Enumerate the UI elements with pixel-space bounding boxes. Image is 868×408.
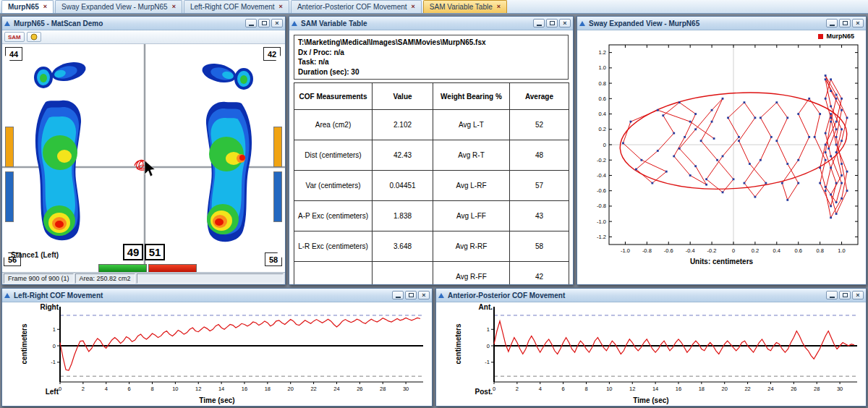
svg-text:10: 10 xyxy=(606,386,612,392)
tab-bar: MurpN65 × Sway Expanded View - MurpN65 ×… xyxy=(0,0,868,14)
minimize-button[interactable] xyxy=(533,19,545,27)
table-cell: 42.43 xyxy=(373,140,433,171)
close-button[interactable]: × xyxy=(559,19,571,27)
table-cell: Avg R-T xyxy=(433,140,510,171)
window-icon xyxy=(438,293,444,298)
svg-text:-1.2: -1.2 xyxy=(597,234,606,240)
svg-text:1.0: 1.0 xyxy=(599,64,606,71)
lr-titlebar[interactable]: Left-Right COF Movement × xyxy=(2,289,432,302)
maximize-icon xyxy=(262,21,267,25)
legend-label: MurpN65 xyxy=(826,33,854,40)
variable-table: COF Measurements Value Weight Bearing % … xyxy=(294,82,569,284)
pressure-map xyxy=(2,44,285,272)
minimize-button[interactable] xyxy=(245,19,257,27)
tab-sam-variable-table[interactable]: SAM Variable Table × xyxy=(423,0,507,13)
svg-text:24: 24 xyxy=(333,386,339,392)
table-cell: Var (centimeters) xyxy=(294,171,373,201)
svg-text:6: 6 xyxy=(562,386,565,392)
table-row: Area (cm2)2.102Avg L-T52 xyxy=(294,110,569,140)
svg-text:2: 2 xyxy=(82,386,85,392)
tab-left-right-cof[interactable]: Left-Right COF Movement × xyxy=(184,0,289,13)
tab-close-icon[interactable]: × xyxy=(279,4,283,10)
tab-close-icon[interactable]: × xyxy=(172,4,176,10)
svg-text:1: 1 xyxy=(487,326,490,333)
tab-close-icon[interactable]: × xyxy=(43,4,47,10)
svg-text:20: 20 xyxy=(722,386,728,392)
y-bottom-label: Post. xyxy=(461,388,493,396)
window-title: Sway Expanded View - MurpN65 xyxy=(589,20,822,27)
maximize-button[interactable] xyxy=(839,291,851,299)
pressure-canvas[interactable]: 44 42 56 58 Stance1 (Left) 49 51 xyxy=(2,44,285,272)
maximize-button[interactable] xyxy=(546,19,558,27)
ap-titlebar[interactable]: Anterior-Posterior COF Movement × xyxy=(436,289,866,302)
svg-text:10: 10 xyxy=(172,386,178,392)
matscan-titlebar[interactable]: MurpN65 - MatScan Demo × xyxy=(2,17,285,30)
svg-text:18: 18 xyxy=(699,386,705,392)
maximize-icon xyxy=(409,293,414,297)
svg-text:-1: -1 xyxy=(485,359,490,365)
table-cell: Area (cm2) xyxy=(294,110,373,140)
tab-murpn65[interactable]: MurpN65 × xyxy=(1,0,54,13)
tab-sway-expanded-view[interactable]: Sway Expanded View - MurpN65 × xyxy=(55,0,182,13)
maximize-button[interactable] xyxy=(258,19,270,27)
weight-percent-right: 51 xyxy=(145,244,165,260)
svg-text:0.6: 0.6 xyxy=(599,95,606,102)
left-blue-gauge xyxy=(5,171,14,222)
close-button[interactable]: × xyxy=(852,19,864,27)
window-icon xyxy=(4,293,10,298)
right-yellow-gauge xyxy=(273,127,282,167)
svg-text:0: 0 xyxy=(53,343,56,349)
svg-text:30: 30 xyxy=(403,386,409,392)
window-icon xyxy=(579,21,585,26)
table-row: A-P Exc (centimeters)1.838Avg L-FF43 xyxy=(294,201,569,231)
svg-text:22: 22 xyxy=(310,386,316,392)
x-axis-label: Time (sec) xyxy=(436,396,866,404)
svg-text:16: 16 xyxy=(242,386,247,392)
close-button[interactable]: × xyxy=(852,291,864,299)
svg-text:-1: -1 xyxy=(51,359,56,365)
svg-text:6: 6 xyxy=(128,386,131,392)
pan-tool-button[interactable] xyxy=(27,32,41,42)
maximize-button[interactable] xyxy=(839,19,851,27)
tab-close-icon[interactable]: × xyxy=(497,4,501,10)
close-button[interactable]: × xyxy=(418,291,430,299)
table-cell xyxy=(373,262,433,285)
column-header: COF Measurements xyxy=(294,83,373,110)
svg-text:1.0: 1.0 xyxy=(838,247,845,254)
table-header-row: COF Measurements Value Weight Bearing % … xyxy=(294,83,569,110)
svg-text:-0.6: -0.6 xyxy=(597,187,606,194)
tab-close-icon[interactable]: × xyxy=(412,4,415,10)
maximize-icon xyxy=(550,21,555,25)
svg-text:-1.0: -1.0 xyxy=(597,218,606,225)
svg-text:0.2: 0.2 xyxy=(752,247,759,254)
sam-button[interactable]: SAM xyxy=(4,32,25,42)
tab-label: Anterior-Posterior COF Movement xyxy=(297,3,407,11)
anterior-posterior-cof-window: Anterior-Posterior COF Movement × 10-102… xyxy=(435,288,867,407)
tab-anterior-posterior-cof[interactable]: Anterior-Posterior COF Movement × xyxy=(291,0,422,13)
units-label: Units: centimeters xyxy=(577,258,866,265)
sam-table-titlebar[interactable]: SAM Variable Table × xyxy=(289,17,573,30)
sway-titlebar[interactable]: Sway Expanded View - MurpN65 × xyxy=(577,17,866,30)
column-header: Average xyxy=(510,83,569,110)
svg-text:12: 12 xyxy=(195,386,201,392)
file-path: T:\Marketing\Medical\Images\SAM\Movies\M… xyxy=(298,38,564,48)
svg-text:0: 0 xyxy=(487,343,490,349)
window-title: Left-Right COF Movement xyxy=(14,292,388,299)
close-button[interactable]: × xyxy=(271,19,283,27)
svg-text:0: 0 xyxy=(732,247,735,254)
table-cell: 1.838 xyxy=(373,201,433,231)
svg-text:-0.6: -0.6 xyxy=(664,247,673,254)
svg-text:28: 28 xyxy=(380,386,386,392)
maximize-button[interactable] xyxy=(405,291,417,299)
minimize-button[interactable] xyxy=(826,291,838,299)
svg-text:22: 22 xyxy=(744,386,750,392)
minimize-icon xyxy=(830,25,835,26)
minimize-button[interactable] xyxy=(392,291,404,299)
svg-text:8: 8 xyxy=(150,386,153,392)
minimize-button[interactable] xyxy=(826,19,838,27)
window-icon xyxy=(4,21,10,26)
table-cell: 2.102 xyxy=(373,110,433,140)
ap-plot-area: 10-1024681012141618202224262830 Ant. Pos… xyxy=(436,302,866,406)
matscan-toolbar: SAM xyxy=(2,30,285,44)
svg-text:-0.4: -0.4 xyxy=(597,172,606,179)
